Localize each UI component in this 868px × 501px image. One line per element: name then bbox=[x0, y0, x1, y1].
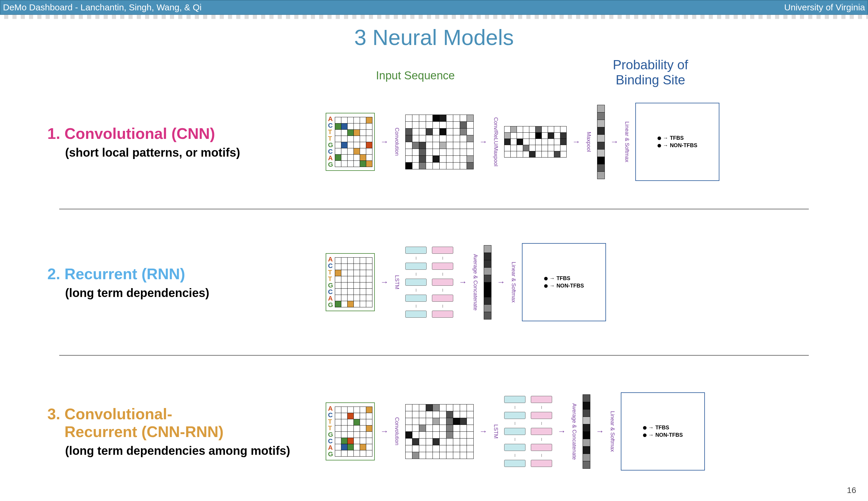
lstm-stack-pink-icon bbox=[531, 396, 552, 467]
lstm-stack-cyan-icon bbox=[405, 247, 427, 318]
output-legend: →TFBS →NON-TFBS bbox=[544, 274, 584, 290]
output-legend: →TFBS →NON-TFBS bbox=[643, 424, 683, 439]
arrow-icon: → bbox=[459, 277, 467, 287]
titlebar-right: University of Virginia bbox=[784, 2, 865, 12]
arrow-icon: → bbox=[610, 137, 619, 147]
arrow-icon: → bbox=[596, 427, 604, 436]
page-number: 16 bbox=[847, 486, 856, 495]
rnn-text: 2. Recurrent (RNN) (long term dependenci… bbox=[47, 265, 326, 300]
arrow-icon: → bbox=[497, 277, 505, 287]
arrow-icon: → bbox=[479, 427, 487, 436]
vector-strip-icon bbox=[484, 245, 491, 320]
rnn-diagram: ACTTGCAG → LSTM → Average & Concatenate … bbox=[326, 243, 821, 321]
output-label: Probability of Binding Site bbox=[613, 57, 688, 87]
input-box: ACTTGCAG bbox=[326, 402, 375, 460]
stage-convolution: Convolution bbox=[394, 417, 400, 445]
stage-avg-concat: Average & Concatenate bbox=[571, 403, 577, 460]
stage-avg-concat: Average & Concatenate bbox=[472, 254, 479, 311]
output-legend: →TFBS →NON-TFBS bbox=[657, 134, 697, 150]
slide-title: 3 Neural Models bbox=[12, 25, 856, 50]
input-grid-icon bbox=[335, 406, 373, 457]
dot-icon bbox=[544, 284, 548, 288]
cnn-diagram: ACTTGCAG → Convolution → Conv/ReLU/Maxpo… bbox=[326, 103, 821, 181]
divider bbox=[59, 209, 809, 209]
input-box: ACTTGCAG bbox=[326, 253, 375, 311]
stage-lstm: LSTM bbox=[394, 275, 400, 289]
model-row-rnn: 2. Recurrent (RNN) (long term dependenci… bbox=[12, 211, 856, 353]
stage-maxpool: Maxpool bbox=[586, 132, 592, 152]
sequence-letters: ACTTGCAG bbox=[328, 256, 333, 308]
output-box: →TFBS →NON-TFBS bbox=[635, 103, 719, 181]
model-row-cnn-rnn: 3. Convolutional- Recurrent (CNN-RNN) (l… bbox=[12, 358, 856, 501]
sequence-letters: ACTTGCAG bbox=[328, 116, 333, 168]
cnn-text: 1. Convolutional (CNN) (short local patt… bbox=[47, 125, 326, 159]
titlebar-left: DeMo Dashboard - Lanchantin, Singh, Wang… bbox=[3, 2, 202, 12]
arrow-icon: → bbox=[380, 137, 388, 147]
vector-strip-icon bbox=[582, 394, 590, 469]
feature-grid-icon bbox=[405, 404, 474, 459]
dot-icon bbox=[657, 137, 661, 140]
stage-linear-softmax: Linear & Softmax bbox=[511, 262, 517, 302]
lstm-stack-pink-icon bbox=[432, 247, 453, 318]
dot-icon bbox=[544, 277, 548, 280]
input-box: ACTTGCAG bbox=[326, 113, 375, 171]
divider bbox=[59, 355, 809, 355]
dot-icon bbox=[643, 434, 646, 437]
stage-linear-softmax: Linear & Softmax bbox=[624, 121, 630, 162]
sequence-letters: ACTTGCAG bbox=[328, 405, 333, 458]
feature-grid-icon bbox=[405, 115, 474, 169]
title-bar: DeMo Dashboard - Lanchantin, Singh, Wang… bbox=[0, 0, 868, 15]
model-row-cnn: 1. Convolutional (CNN) (short local patt… bbox=[12, 77, 856, 207]
lstm-stack-cyan-icon bbox=[504, 396, 525, 467]
slide-body: 3 Neural Models Input Sequence Probabili… bbox=[0, 19, 868, 499]
stage-conv-relu-maxpool: Conv/ReLU/Maxpool bbox=[493, 117, 499, 167]
stage-lstm: LSTM bbox=[493, 424, 499, 438]
dot-icon bbox=[643, 426, 646, 430]
cnnrnn-text: 3. Convolutional- Recurrent (CNN-RNN) (l… bbox=[47, 405, 326, 458]
checker-decoration bbox=[0, 15, 868, 19]
output-box: →TFBS →NON-TFBS bbox=[522, 243, 606, 321]
output-box: →TFBS →NON-TFBS bbox=[621, 392, 705, 470]
input-sequence-label: Input Sequence bbox=[376, 69, 455, 82]
cnnrnn-diagram: ACTTGCAG → Convolution → LSTM → Average … bbox=[326, 392, 821, 470]
arrow-icon: → bbox=[557, 427, 566, 436]
stage-linear-softmax: Linear & Softmax bbox=[609, 411, 615, 452]
vector-strip-icon bbox=[597, 105, 605, 179]
arrow-icon: → bbox=[380, 277, 388, 287]
input-grid-icon bbox=[335, 257, 373, 307]
arrow-icon: → bbox=[572, 137, 580, 147]
dot-icon bbox=[657, 144, 661, 148]
arrow-icon: → bbox=[479, 137, 487, 147]
feature-grid-small-icon bbox=[504, 126, 567, 158]
input-grid-icon bbox=[335, 117, 373, 167]
stage-convolution: Convolution bbox=[394, 128, 400, 156]
arrow-icon: → bbox=[380, 427, 388, 436]
